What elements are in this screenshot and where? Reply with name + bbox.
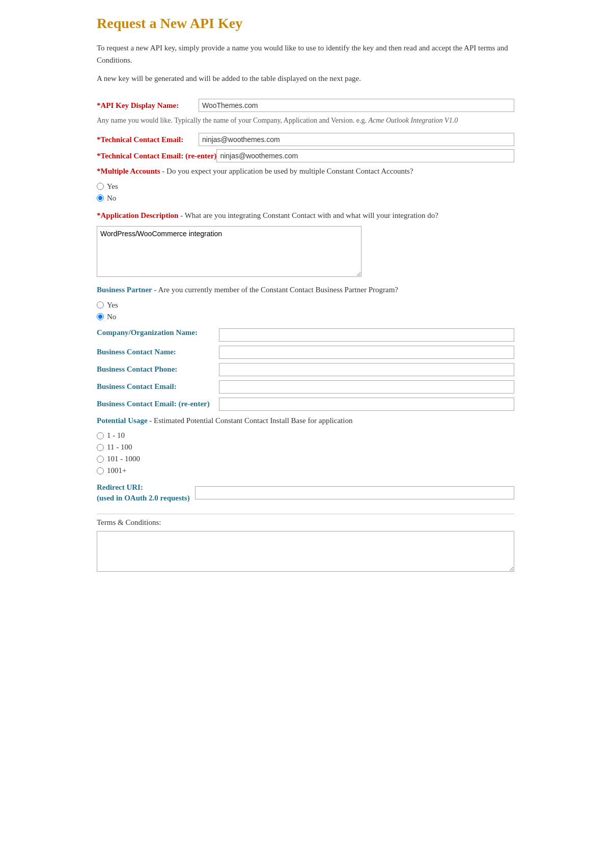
biz-contact-email-reenter-label: Business Contact Email: (re-enter)	[97, 400, 214, 408]
multiple-accounts-yes-label: Yes	[107, 182, 118, 191]
intro-paragraph-1: To request a new API key, simply provide…	[97, 42, 514, 66]
business-partner-yes-option[interactable]: Yes	[97, 301, 514, 310]
page-title: Request a New API Key	[97, 15, 514, 32]
potential-usage-1-option[interactable]: 1 - 10	[97, 431, 514, 440]
terms-section: Terms & Conditions:	[97, 518, 514, 574]
separator	[97, 514, 514, 514]
api-key-display-name-section: *API Key Display Name:	[97, 99, 514, 112]
biz-contact-phone-label: Business Contact Phone:	[97, 365, 214, 374]
biz-contact-name-label: Business Contact Name:	[97, 348, 214, 356]
potential-usage-4-option[interactable]: 1001+	[97, 466, 514, 475]
redirect-uri-section: Redirect URI: (used in OAuth 2.0 request…	[97, 482, 514, 503]
multiple-accounts-no-label: No	[107, 194, 116, 203]
api-key-label: *API Key Display Name:	[97, 101, 199, 110]
api-key-help-text: Any name you would like. Typically the n…	[97, 115, 514, 126]
multiple-accounts-no-radio[interactable]	[97, 194, 104, 202]
potential-usage-label-block: Potential Usage - Estimated Potential Co…	[97, 415, 514, 427]
business-partner-yes-radio[interactable]	[97, 301, 104, 309]
business-partner-yes-label: Yes	[107, 301, 118, 310]
business-partner-no-option[interactable]: No	[97, 313, 514, 321]
terms-textarea[interactable]	[97, 531, 514, 572]
company-name-input[interactable]	[219, 328, 514, 342]
app-desc-textarea[interactable]: WordPress/WooCommerce integration	[97, 226, 362, 277]
tech-email-label: *Technical Contact Email:	[97, 135, 199, 144]
potential-usage-2-label: 11 - 100	[107, 443, 132, 452]
multiple-accounts-section: *Multiple Accounts - Do you expect your …	[97, 165, 514, 203]
redirect-uri-label: Redirect URI:	[97, 482, 190, 493]
company-name-label: Company/Organization Name:	[97, 328, 214, 337]
potential-usage-section: Potential Usage - Estimated Potential Co…	[97, 415, 514, 475]
biz-contact-phone-section: Business Contact Phone:	[97, 363, 514, 376]
page-container: Request a New API Key To request a new A…	[87, 0, 524, 596]
potential-usage-3-option[interactable]: 101 - 1000	[97, 455, 514, 463]
multiple-accounts-yes-option[interactable]: Yes	[97, 182, 514, 191]
biz-contact-email-label: Business Contact Email:	[97, 382, 214, 391]
app-desc-label-block: *Application Description - What are you …	[97, 210, 514, 221]
multiple-accounts-yes-radio[interactable]	[97, 183, 104, 190]
potential-usage-3-radio[interactable]	[97, 456, 104, 463]
tech-email-reenter-input[interactable]	[216, 149, 514, 162]
biz-contact-email-reenter-input[interactable]	[219, 398, 514, 411]
company-name-section: Company/Organization Name:	[97, 328, 514, 342]
api-key-input[interactable]	[199, 99, 514, 112]
tech-email-section: *Technical Contact Email:	[97, 133, 514, 146]
redirect-uri-sublabel: (used in OAuth 2.0 requests)	[97, 493, 190, 503]
tech-email-input[interactable]	[199, 133, 514, 146]
business-partner-no-radio[interactable]	[97, 313, 104, 320]
potential-usage-2-radio[interactable]	[97, 444, 104, 451]
multiple-accounts-no-option[interactable]: No	[97, 194, 514, 203]
biz-contact-name-input[interactable]	[219, 346, 514, 359]
multiple-accounts-label-block: *Multiple Accounts - Do you expect your …	[97, 165, 514, 177]
required-star: *	[97, 101, 101, 109]
tech-email-reenter-section: *Technical Contact Email: (re-enter)	[97, 149, 514, 162]
business-partner-no-label: No	[107, 313, 116, 321]
tech-email-reenter-label: *Technical Contact Email: (re-enter)	[97, 152, 216, 160]
potential-usage-1-label: 1 - 10	[107, 431, 125, 440]
redirect-uri-label-block: Redirect URI: (used in OAuth 2.0 request…	[97, 482, 190, 503]
potential-usage-2-option[interactable]: 11 - 100	[97, 443, 514, 452]
biz-contact-email-reenter-section: Business Contact Email: (re-enter)	[97, 398, 514, 411]
terms-label: Terms & Conditions:	[97, 518, 514, 527]
biz-contact-email-section: Business Contact Email:	[97, 380, 514, 394]
potential-usage-4-label: 1001+	[107, 466, 126, 475]
redirect-uri-input[interactable]	[195, 486, 514, 499]
biz-contact-name-section: Business Contact Name:	[97, 346, 514, 359]
business-partner-label-block: Business Partner - Are you currently mem…	[97, 284, 514, 296]
app-desc-section: *Application Description - What are you …	[97, 210, 514, 277]
biz-contact-phone-input[interactable]	[219, 363, 514, 376]
business-partner-section: Business Partner - Are you currently mem…	[97, 284, 514, 321]
biz-contact-email-input[interactable]	[219, 380, 514, 394]
potential-usage-4-radio[interactable]	[97, 467, 104, 474]
potential-usage-1-radio[interactable]	[97, 432, 104, 439]
potential-usage-3-label: 101 - 1000	[107, 455, 140, 463]
intro-paragraph-2: A new key will be generated and will be …	[97, 72, 514, 85]
